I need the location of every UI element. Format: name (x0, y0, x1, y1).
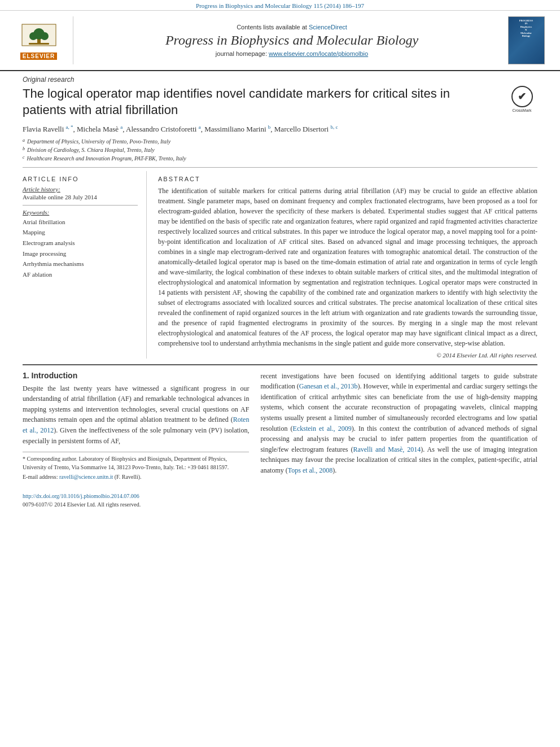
crossmark-label: CrossMark (513, 108, 532, 112)
footnote-area: * Corresponding author. Laboratory of Bi… (23, 452, 249, 509)
journal-bar: Progress in Biophysics and Molecular Bio… (0, 0, 560, 11)
issn-line: 0079-6107/© 2014 Elsevier Ltd. All right… (23, 500, 249, 509)
svg-rect-5 (29, 43, 49, 45)
abstract-heading: ABSTRACT (158, 176, 537, 182)
right-col: recent investigations have been focused … (260, 371, 537, 509)
crossmark-circle: ✔ (511, 86, 533, 107)
sciencedirect-link[interactable]: ScienceDirect (309, 24, 347, 30)
keywords-list: Atrial fibrillation Mapping Electrogram … (23, 217, 138, 280)
elsevier-tree-icon (16, 21, 62, 53)
abstract-col: ABSTRACT The identification of suitable … (158, 171, 537, 359)
cover-image: PROGRESSINBiophysics&MolecularBiology (508, 16, 545, 64)
keyword-4: Image processing (23, 248, 138, 259)
affil-b: b Division of Cardiology, S. Chiara Hosp… (23, 146, 537, 154)
abstract-text: The identification of suitable markers f… (158, 186, 537, 348)
bottom-divider (23, 364, 537, 365)
available-online: Available online 28 July 2014 (23, 194, 138, 200)
affiliations: a Department of Physics, University of T… (23, 137, 537, 163)
journal-title-center: Contents lists available at ScienceDirec… (80, 16, 504, 64)
elsevier-logo: ELSEVIER (11, 16, 73, 64)
info-divider (23, 205, 138, 206)
ref-eckstein[interactable]: Eckstein et al., 2009 (293, 425, 352, 433)
affil-a: a Department of Physics, University of T… (23, 137, 537, 146)
doi-link[interactable]: http://dx.doi.org/10.1016/j.pbiomolbio.2… (23, 493, 139, 499)
authors-line: Flavia Ravelli a, *, Michela Masè a, Ale… (23, 124, 537, 135)
article-history-label: Article history: (23, 186, 138, 193)
crossmark-logo: ✔ CrossMark (506, 86, 537, 112)
article-info-heading: ARTICLE INFO (23, 176, 138, 182)
contents-available: Contents lists available at ScienceDirec… (237, 24, 347, 30)
elsevier-wordmark: ELSEVIER (20, 53, 57, 60)
article-title-row: The logical operator map identifies nove… (23, 86, 537, 118)
article-title: The logical operator map identifies nove… (23, 86, 485, 118)
article-info-abstract-section: ARTICLE INFO Article history: Available … (0, 171, 560, 359)
homepage-link[interactable]: www.elsevier.com/locate/pbiomolbio (269, 50, 368, 57)
footnote-blank (23, 482, 249, 491)
footnote-email: E-mail address: ravelli@science.unitn.it… (23, 473, 249, 481)
keyword-1: Atrial fibrillation (23, 217, 138, 228)
doi-line: http://dx.doi.org/10.1016/j.pbiomolbio.2… (23, 492, 249, 500)
article-info-col: ARTICLE INFO Article history: Available … (23, 171, 147, 359)
divider-line (23, 167, 537, 168)
intro-left-para: Despite the last twenty years have witne… (23, 383, 249, 447)
ref-ravelli-mase[interactable]: Ravelli and Masè, 2014 (353, 445, 421, 453)
affil-c: c Healthcare Research and Innovation Pro… (23, 154, 537, 163)
journal-homepage: journal homepage: www.elsevier.com/locat… (216, 50, 368, 57)
article-type-label: Original research (23, 76, 537, 84)
ref-tops[interactable]: Tops et al., 2008 (288, 466, 333, 474)
keyword-6: AF ablation (23, 269, 138, 280)
keyword-2: Mapping (23, 227, 138, 238)
article-section: Original research The logical operator m… (0, 71, 560, 168)
left-col: 1. Introduction Despite the last twenty … (23, 371, 249, 509)
svg-point-3 (29, 32, 37, 40)
keyword-5: Arrhythmia mechanisms (23, 259, 138, 269)
main-content: 1. Introduction Despite the last twenty … (0, 371, 560, 509)
journal-main-title: Progress in Biophysics and Molecular Bio… (165, 33, 418, 48)
copyright-line: © 2014 Elsevier Ltd. All rights reserved… (158, 352, 537, 359)
journal-cover-thumbnail: PROGRESSINBiophysics&MolecularBiology (504, 16, 549, 64)
keyword-3: Electrogram analysis (23, 238, 138, 248)
ref-ganesan[interactable]: Ganesan et al., 2013b (299, 382, 358, 390)
intro-heading: 1. Introduction (23, 371, 249, 380)
journal-bar-text: Progress in Biophysics and Molecular Bio… (196, 2, 364, 9)
ref-roten[interactable]: Roten et al., 2012 (23, 416, 249, 434)
elsevier-header: ELSEVIER Contents lists available at Sci… (0, 11, 560, 71)
email-link[interactable]: ravelli@science.unitn.it (59, 474, 113, 480)
svg-point-4 (41, 32, 49, 40)
footnote-corresponding: * Corresponding author. Laboratory of Bi… (23, 455, 249, 471)
intro-right-para: recent investigations have been focused … (260, 371, 537, 476)
keywords-label: Keywords: (23, 209, 138, 216)
